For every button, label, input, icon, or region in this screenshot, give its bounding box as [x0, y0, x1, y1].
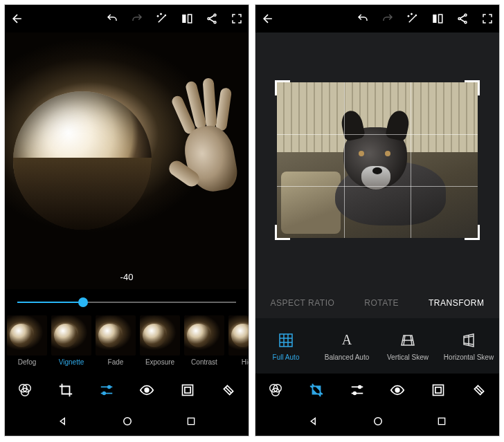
- svg-point-18: [458, 18, 460, 20]
- svg-rect-30: [438, 418, 444, 424]
- transform-options: Full Auto A Balanced Auto Vertical Skew …: [255, 318, 499, 374]
- share-icon[interactable]: [456, 12, 469, 25]
- filmstrip-item-highlights[interactable]: High: [226, 315, 249, 374]
- svg-point-13: [124, 418, 132, 425]
- svg-point-2: [214, 14, 216, 16]
- svg-rect-16: [439, 15, 442, 23]
- svg-point-19: [465, 21, 467, 24]
- crop-handle-tr[interactable]: [465, 80, 480, 95]
- svg-rect-14: [188, 418, 194, 424]
- crop-tabs: ASPECT RATIO ROTATE TRANSFORM: [255, 288, 499, 318]
- svg-rect-0: [182, 15, 186, 23]
- adjustment-filmstrip: Defog Vignette Fade Exposure Contrast Hi…: [5, 315, 249, 374]
- crop-handle-bl[interactable]: [275, 225, 290, 240]
- transform-vertical-skew[interactable]: Vertical Skew: [380, 331, 435, 361]
- transform-horizontal-skew[interactable]: Horizontal Skew: [441, 331, 496, 361]
- svg-rect-15: [433, 15, 436, 23]
- tool-heal[interactable]: [217, 378, 240, 402]
- svg-point-26: [396, 388, 400, 392]
- nav-back-icon[interactable]: [307, 415, 320, 427]
- crop-canvas[interactable]: [255, 33, 499, 288]
- tool-frames[interactable]: [426, 378, 450, 402]
- fullscreen-icon[interactable]: [231, 12, 243, 25]
- editor-toolbar: [5, 374, 249, 407]
- tool-crop[interactable]: [54, 378, 78, 402]
- tool-heal[interactable]: [467, 378, 491, 402]
- grid-icon: [277, 331, 295, 349]
- image-canvas[interactable]: -40: [5, 33, 249, 289]
- back-icon[interactable]: [261, 12, 357, 26]
- adjustment-value: -40: [120, 272, 134, 282]
- nav-recents-icon[interactable]: [186, 416, 197, 427]
- svg-point-17: [465, 14, 467, 16]
- nav-recents-icon[interactable]: [436, 416, 447, 427]
- compare-icon[interactable]: [431, 12, 444, 25]
- svg-rect-1: [188, 15, 192, 23]
- compare-icon[interactable]: [181, 12, 193, 25]
- svg-point-24: [358, 386, 361, 389]
- editor-toolbar: [255, 374, 499, 407]
- tab-aspect-ratio[interactable]: ASPECT RATIO: [270, 298, 334, 308]
- redo-icon[interactable]: [381, 12, 394, 25]
- photo-editor-left: -40 Defog Vignette Fade Exposure Contras…: [4, 4, 249, 436]
- undo-icon[interactable]: [106, 12, 118, 25]
- slider-thumb[interactable]: [78, 297, 88, 307]
- transform-full-auto[interactable]: Full Auto: [258, 331, 314, 361]
- letter-a-icon: A: [338, 331, 356, 349]
- edited-image: [277, 82, 478, 238]
- tool-redeye[interactable]: [135, 378, 159, 402]
- undo-icon[interactable]: [357, 12, 369, 25]
- svg-point-8: [107, 386, 110, 389]
- photo-editor-right: ASPECT RATIO ROTATE TRANSFORM Full Auto …: [255, 4, 500, 436]
- filmstrip-item-vignette[interactable]: Vignette: [49, 315, 93, 374]
- filmstrip-item-defog[interactable]: Defog: [5, 315, 49, 374]
- svg-point-10: [145, 388, 150, 392]
- edited-image: [5, 33, 249, 289]
- tool-effects[interactable]: [264, 378, 287, 402]
- crop-handle-tl[interactable]: [275, 80, 290, 95]
- nav-home-icon[interactable]: [372, 415, 384, 427]
- filmstrip-item-exposure[interactable]: Exposure: [138, 315, 182, 374]
- svg-point-9: [102, 392, 105, 395]
- svg-point-29: [375, 418, 382, 425]
- svg-point-3: [208, 18, 210, 20]
- tool-adjust[interactable]: [95, 378, 118, 402]
- svg-rect-27: [433, 385, 443, 396]
- vertical-skew-icon: [399, 331, 417, 349]
- svg-point-25: [353, 392, 356, 395]
- magic-wand-icon[interactable]: [406, 12, 419, 25]
- redo-icon[interactable]: [131, 12, 143, 25]
- svg-rect-11: [182, 385, 192, 396]
- tool-adjust[interactable]: [345, 378, 369, 402]
- tool-effects[interactable]: [13, 378, 37, 402]
- tab-rotate[interactable]: ROTATE: [364, 298, 399, 308]
- adjustment-slider[interactable]: [17, 302, 236, 303]
- svg-rect-12: [185, 387, 190, 393]
- nav-back-icon[interactable]: [57, 415, 69, 427]
- horizontal-skew-icon: [460, 331, 478, 349]
- share-icon[interactable]: [206, 12, 218, 25]
- nav-home-icon[interactable]: [121, 415, 134, 427]
- app-topbar: [5, 5, 249, 33]
- tab-transform[interactable]: TRANSFORM: [429, 298, 485, 308]
- filmstrip-item-fade[interactable]: Fade: [93, 315, 138, 374]
- adjustment-slider-row: [5, 289, 249, 315]
- android-navbar: [5, 407, 249, 436]
- filmstrip-item-contrast[interactable]: Contrast: [182, 315, 226, 374]
- app-topbar: [255, 5, 499, 33]
- transform-balanced-auto[interactable]: A Balanced Auto: [319, 331, 375, 361]
- fullscreen-icon[interactable]: [481, 12, 494, 25]
- crop-frame[interactable]: [277, 82, 478, 238]
- magic-wand-icon[interactable]: [156, 12, 168, 25]
- back-icon[interactable]: [10, 12, 106, 26]
- tool-crop[interactable]: [305, 378, 328, 402]
- android-navbar: [255, 407, 499, 436]
- crop-handle-br[interactable]: [465, 225, 480, 240]
- tool-frames[interactable]: [176, 378, 199, 402]
- svg-rect-20: [280, 334, 292, 347]
- tool-redeye[interactable]: [386, 378, 409, 402]
- svg-rect-28: [435, 387, 441, 393]
- svg-point-4: [214, 21, 216, 24]
